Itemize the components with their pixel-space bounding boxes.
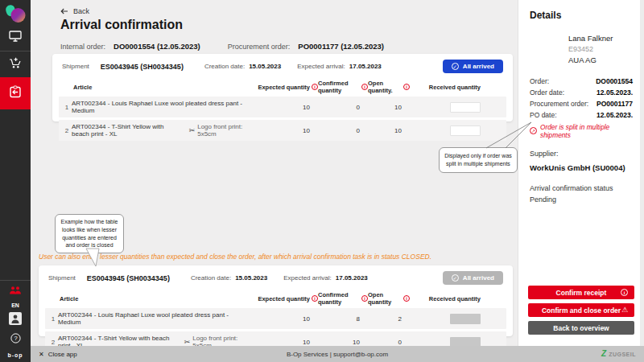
creation-date-value: 15.05.2023 <box>249 63 281 70</box>
split-shipment-icon: ↗ <box>530 127 537 134</box>
table-row: 1 ART002344 - Louis Raphael Luxe wool pl… <box>59 97 506 117</box>
sidebar-item-users[interactable] <box>0 281 31 300</box>
expected-arrival-value: 17.05.2023 <box>336 274 368 282</box>
creation-date-label: Creation date: <box>191 274 231 282</box>
back-label: Back <box>73 7 89 15</box>
monitor-icon <box>9 31 22 45</box>
annotation-split-bubble: Displayed only if order was split in mul… <box>439 147 518 173</box>
supplier-label: Supplier: <box>530 150 633 158</box>
info-icon[interactable]: i <box>312 84 318 90</box>
sidebar-item-dashboard[interactable] <box>0 25 31 51</box>
expected-arrival-label: Expected arrival: <box>283 274 332 282</box>
all-arrived-label: All arrived <box>463 274 494 282</box>
main-content: Back Arrival confirmation Internal order… <box>31 0 518 346</box>
internal-order-value: DO0001554 (12.05.2023) <box>114 42 200 51</box>
language-selector[interactable]: EN <box>11 300 19 311</box>
internal-order-label: Internal order: <box>60 43 105 51</box>
received-qty-input[interactable] <box>450 125 481 136</box>
person-badge-icon <box>9 312 22 328</box>
info-icon[interactable]: i <box>403 84 410 90</box>
info-circle-icon: i <box>621 289 628 296</box>
scrollbar-track[interactable] <box>640 0 644 346</box>
open-qty: 10 <box>368 104 410 111</box>
user-id: E93452 <box>568 44 644 55</box>
shipment-label: Shipment <box>48 274 76 282</box>
info-icon[interactable]: i <box>312 295 318 302</box>
customization-note: ✂Logo front print: 5x5cm <box>189 123 247 138</box>
users-red-icon <box>9 283 22 298</box>
creation-date-value: 15.05.2023 <box>235 274 267 282</box>
scissors-icon: ✂ <box>189 126 196 134</box>
help-icon: ? <box>10 332 21 347</box>
sidebar: EN ? b-op <box>0 0 31 362</box>
detail-pair-po-date: PO date:12.05.2023. <box>530 111 633 119</box>
column-confirmed: Confirmed quantityi <box>318 291 368 306</box>
shipment-value: ES0043945 (SH0034345) <box>87 274 170 282</box>
shipment-card-closed-example: Shipment ES0043945 (SH0034345) Creation … <box>39 265 513 336</box>
split-shipment-note: ↗ Order is split in multiple shipments <box>530 123 633 139</box>
status-value: Pending <box>530 195 633 204</box>
expected-qty: 10 <box>247 127 318 134</box>
received-qty-input[interactable] <box>450 102 481 113</box>
back-to-overview-button[interactable]: Back to overview <box>528 321 634 335</box>
user-profile-avatar[interactable] <box>0 311 31 330</box>
column-expected: Expected quantityi <box>247 84 318 91</box>
info-icon[interactable]: i <box>361 84 368 90</box>
article-name: ART002344 - Louis Raphael Luxe wool plea… <box>72 100 247 114</box>
warning-icon: ⚠ <box>621 306 628 314</box>
confirm-close-order-button[interactable]: Confirm and close order ⚠ <box>528 303 634 317</box>
info-icon[interactable]: i <box>403 295 410 302</box>
open-qty: 2 <box>368 315 410 323</box>
column-open: Open quantityi <box>368 291 410 306</box>
all-arrived-label: All arrived <box>463 63 494 70</box>
sidebar-bottom: EN ? b-op <box>0 280 31 362</box>
article-name: ART002344 - T-Shirt Yellow with beach pr… <box>72 123 247 138</box>
close-app-button[interactable]: ✕ Close app <box>39 351 77 358</box>
confirmed-qty: 0 <box>318 104 368 111</box>
status-label: Arrival confirmation status <box>530 184 633 192</box>
expected-qty: 10 <box>247 339 318 346</box>
received-qty-box-disabled <box>450 314 481 324</box>
check-circle-icon: ✓ <box>452 274 459 282</box>
footer-services-text: B-Op Services | support@b-op.com <box>287 351 388 358</box>
shipment-label: Shipment <box>62 63 89 70</box>
help-button[interactable]: ? <box>0 330 31 349</box>
procurement-order-label: Procurement order: <box>228 43 291 51</box>
table-header-row: Article Expected quantityi Confirmed qua… <box>39 287 513 308</box>
confirmed-qty: 10 <box>318 339 368 346</box>
expected-qty: 10 <box>247 315 318 323</box>
column-received: Received quantity <box>410 295 481 302</box>
received-qty-cell <box>410 125 481 136</box>
zugseil-logo: Z ZUGSEIL <box>601 350 636 358</box>
page-title: Arrival confirmation <box>60 18 183 32</box>
svg-text:?: ? <box>14 335 17 342</box>
row-index: 2 <box>48 339 58 346</box>
row-index: 1 <box>48 315 58 323</box>
info-icon[interactable]: i <box>361 295 368 302</box>
user-name: Lana Falkner <box>568 33 644 44</box>
clipboard-arrow-icon <box>9 85 22 101</box>
arrow-left-icon <box>60 8 68 14</box>
zugseil-name: ZUGSEIL <box>609 352 636 357</box>
detail-pair-procurement-order: Procurement order:PO0001177 <box>530 100 633 108</box>
confirmed-qty: 8 <box>318 315 368 323</box>
sidebar-item-procurement[interactable] <box>0 51 31 77</box>
footer-bar: ✕ Close app B-Op Services | support@b-op… <box>31 346 644 362</box>
received-qty-cell <box>410 314 481 324</box>
details-title: Details <box>530 10 644 21</box>
close-app-label: Close app <box>48 351 77 358</box>
back-to-overview-label: Back to overview <box>553 324 609 332</box>
confirm-receipt-button[interactable]: Confirm receipt i <box>528 286 634 299</box>
creation-date-label: Creation date: <box>204 63 245 70</box>
all-arrived-button[interactable]: ✓ All arrived <box>443 60 503 73</box>
zugseil-mark-icon: Z <box>601 350 606 358</box>
all-arrived-button-disabled: ✓ All arrived <box>443 271 503 285</box>
sidebar-item-arrival-confirmation[interactable] <box>0 77 31 109</box>
received-qty-cell <box>410 102 481 113</box>
table-row: 1 ART002344 - Louis Raphael Luxe wool pl… <box>45 308 506 329</box>
details-panel: Details Lana Falkner E93452 AUA AG Order… <box>518 0 644 346</box>
column-article: Article <box>48 295 247 302</box>
arrival-confirmation-screen: EN ? b-op Back Arrival confirmation Inte… <box>0 0 644 362</box>
detail-actions: Confirm receipt i Confirm and close orde… <box>528 282 634 335</box>
back-button[interactable]: Back <box>60 7 89 15</box>
